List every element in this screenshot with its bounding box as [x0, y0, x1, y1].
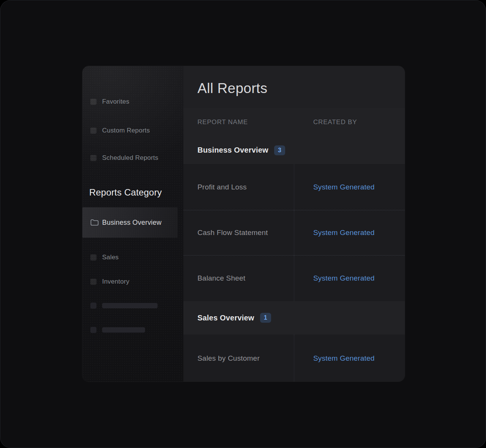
created-by-link[interactable]: System Generated — [294, 210, 405, 255]
count-badge: 3 — [274, 145, 285, 155]
sidebar-section-title: Reports Category — [89, 187, 162, 198]
created-by-link[interactable]: System Generated — [294, 334, 405, 382]
sidebar-skeleton-item — [82, 303, 183, 309]
table-row[interactable]: Balance Sheet System Generated — [183, 255, 405, 301]
sidebar-item-favorites[interactable]: Favorites — [82, 97, 183, 107]
report-name-cell[interactable]: Profit and Loss — [183, 164, 294, 210]
column-header-created-by: CREATED BY — [294, 118, 357, 126]
skeleton-bar — [102, 303, 158, 308]
report-name-cell[interactable]: Cash Flow Statement — [183, 210, 294, 255]
custom-reports-placeholder-icon — [90, 128, 96, 134]
scheduled-reports-placeholder-icon — [90, 155, 96, 161]
sidebar-item-label: Inventory — [102, 278, 129, 286]
sidebar-skeleton-item — [82, 327, 183, 333]
table-row[interactable]: Sales by Customer System Generated — [183, 334, 405, 382]
inventory-placeholder-icon — [90, 279, 96, 285]
skeleton-bar — [102, 327, 145, 333]
sidebar-item-label: Scheduled Reports — [102, 154, 158, 162]
panel-header: All Reports — [183, 66, 405, 108]
sidebar-item-scheduled-reports[interactable]: Scheduled Reports — [82, 153, 183, 163]
report-name-cell[interactable]: Sales by Customer — [183, 334, 294, 382]
reports-card: Favorites Custom Reports Scheduled Repor… — [82, 66, 405, 382]
created-by-link[interactable]: System Generated — [294, 256, 405, 301]
table-header-band: REPORT NAME CREATED BY Business Overview… — [183, 108, 405, 164]
skeleton-icon — [90, 327, 96, 333]
table-row[interactable]: Cash Flow Statement System Generated — [183, 210, 405, 255]
sales-placeholder-icon — [90, 254, 96, 260]
reports-sidebar: Favorites Custom Reports Scheduled Repor… — [82, 66, 183, 382]
group-name: Sales Overview — [197, 314, 254, 322]
report-name-cell[interactable]: Balance Sheet — [183, 256, 294, 301]
group-header-business-overview[interactable]: Business Overview 3 — [183, 136, 405, 164]
page-title: All Reports — [197, 80, 267, 96]
sidebar-item-label: Business Overview — [102, 219, 161, 227]
created-by-link[interactable]: System Generated — [294, 164, 405, 210]
sidebar-item-label: Sales — [102, 254, 119, 261]
folder-icon — [90, 219, 99, 226]
table-row[interactable]: Profit and Loss System Generated — [183, 164, 405, 210]
sidebar-item-inventory[interactable]: Inventory — [82, 277, 183, 287]
column-header-report-name: REPORT NAME — [183, 118, 294, 126]
sidebar-item-label: Custom Reports — [102, 127, 150, 134]
favorites-placeholder-icon — [90, 99, 96, 105]
sidebar-item-label: Favorites — [102, 98, 129, 106]
count-badge: 1 — [260, 313, 271, 323]
table-column-header-row: REPORT NAME CREATED BY — [183, 108, 405, 136]
group-name: Business Overview — [197, 146, 268, 155]
sidebar-item-business-overview-selected[interactable]: Business Overview — [82, 207, 178, 238]
group-header-sales-overview[interactable]: Sales Overview 1 — [183, 301, 405, 334]
app-background: Favorites Custom Reports Scheduled Repor… — [0, 0, 486, 448]
sidebar-item-sales[interactable]: Sales — [82, 252, 183, 262]
sidebar-item-custom-reports[interactable]: Custom Reports — [82, 126, 183, 136]
all-reports-panel: All Reports REPORT NAME CREATED BY Busin… — [183, 66, 405, 382]
skeleton-icon — [90, 303, 96, 309]
